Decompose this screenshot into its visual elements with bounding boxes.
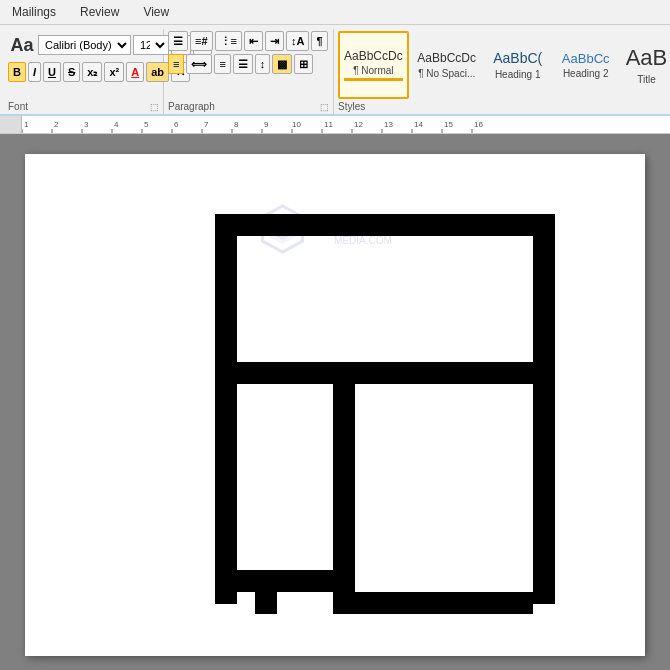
border-btn[interactable]: ⊞ <box>294 54 313 74</box>
strikethrough-btn[interactable]: S <box>63 62 80 82</box>
table-mid-bar <box>215 362 555 384</box>
svg-text:15: 15 <box>444 120 453 129</box>
menu-review[interactable]: Review <box>76 3 123 21</box>
svg-text:5: 5 <box>144 120 149 129</box>
font-group-label: Font <box>8 101 28 112</box>
table-bottom-stub <box>255 570 277 614</box>
font-top-row: Aa Calibri (Body) 12 A↑ A↓ <box>8 31 159 59</box>
ruler: 1 2 3 4 5 6 7 8 9 10 11 12 13 1 <box>0 116 670 134</box>
svg-text:9: 9 <box>264 120 269 129</box>
table-graphic <box>115 214 555 614</box>
bold-btn[interactable]: B <box>8 62 26 82</box>
subscript-btn[interactable]: x₂ <box>82 62 102 82</box>
indent-decrease-btn[interactable]: ⇤ <box>244 31 263 51</box>
style-title-label: Title <box>637 74 656 85</box>
svg-text:2: 2 <box>54 120 59 129</box>
justify-btn[interactable]: ☰ <box>233 54 253 74</box>
multi-list-btn[interactable]: ⋮≡ <box>215 31 242 51</box>
align-left-btn[interactable]: ≡ <box>168 54 184 74</box>
svg-text:7: 7 <box>204 120 209 129</box>
style-heading2[interactable]: AaBbCc Heading 2 <box>553 31 619 99</box>
svg-text:13: 13 <box>384 120 393 129</box>
style-no-spacing-preview: AaBbCcDc <box>417 51 476 65</box>
menu-mailings[interactable]: Mailings <box>8 3 60 21</box>
svg-text:16: 16 <box>474 120 483 129</box>
style-title-preview: AaB <box>626 45 668 71</box>
indent-increase-btn[interactable]: ⇥ <box>265 31 284 51</box>
show-para-btn[interactable]: ¶ <box>311 31 327 51</box>
table-right-bar <box>533 214 555 604</box>
menu-view[interactable]: View <box>139 3 173 21</box>
font-expand-btn[interactable]: ⬚ <box>150 102 159 112</box>
ruler-content: 1 2 3 4 5 6 7 8 9 10 11 12 13 1 <box>22 116 670 133</box>
active-style-bar <box>344 78 403 81</box>
styles-group: AaBbCcDc ¶ Normal AaBbCcDc ¶ No Spaci...… <box>334 29 670 114</box>
svg-text:8: 8 <box>234 120 239 129</box>
svg-text:3: 3 <box>84 120 89 129</box>
style-heading1-preview: AaBbC( <box>493 50 542 67</box>
style-no-spacing[interactable]: AaBbCcDc ¶ No Spaci... <box>411 31 483 99</box>
underline-btn[interactable]: U <box>43 62 61 82</box>
italic-btn[interactable]: I <box>28 62 41 82</box>
para-row-2: ≡ ⟺ ≡ ☰ ↕ ▩ ⊞ <box>168 54 329 74</box>
svg-text:12: 12 <box>354 120 363 129</box>
svg-text:6: 6 <box>174 120 179 129</box>
ruler-left-margin <box>0 116 22 133</box>
table-inner-vert <box>333 362 355 604</box>
svg-text:4: 4 <box>114 120 119 129</box>
paragraph-group: ☰ ≡# ⋮≡ ⇤ ⇥ ↕A ¶ ≡ ⟺ ≡ ☰ ↕ ▩ ⊞ <box>164 29 334 114</box>
table-bottom-left-bar <box>215 570 355 592</box>
table-bottom-right <box>333 592 533 614</box>
font-name-select[interactable]: Calibri (Body) <box>38 35 131 55</box>
text-color-btn[interactable]: A <box>126 62 144 82</box>
style-normal[interactable]: AaBbCcDc ¶ Normal <box>338 31 409 99</box>
table-top-bar <box>215 214 555 236</box>
svg-text:11: 11 <box>324 120 333 129</box>
numbered-list-btn[interactable]: ≡# <box>190 31 213 51</box>
para-group-label: Paragraph <box>168 101 215 112</box>
style-heading1-label: Heading 1 <box>495 69 541 80</box>
document-page: NESABA MEDIA.COM <box>25 154 645 656</box>
superscript-btn[interactable]: x² <box>104 62 124 82</box>
svg-text:14: 14 <box>414 120 423 129</box>
svg-text:1: 1 <box>24 120 29 129</box>
font-style-btn[interactable]: Aa <box>8 31 36 59</box>
align-right-btn[interactable]: ≡ <box>214 54 230 74</box>
shading-btn[interactable]: ▩ <box>272 54 292 74</box>
style-heading2-label: Heading 2 <box>563 68 609 79</box>
style-heading1[interactable]: AaBbC( Heading 1 <box>485 31 551 99</box>
style-normal-preview: AaBbCcDc <box>344 49 403 63</box>
style-heading2-preview: AaBbCc <box>562 51 610 67</box>
sort-btn[interactable]: ↕A <box>286 31 309 51</box>
bullet-list-btn[interactable]: ☰ <box>168 31 188 51</box>
document-area: NESABA MEDIA.COM <box>0 134 670 670</box>
para-expand-btn[interactable]: ⬚ <box>320 102 329 112</box>
align-center-btn[interactable]: ⟺ <box>186 54 212 74</box>
style-normal-label: ¶ Normal <box>353 65 393 76</box>
styles-group-label: Styles <box>338 101 365 112</box>
para-row-1: ☰ ≡# ⋮≡ ⇤ ⇥ ↕A ¶ <box>168 31 329 51</box>
style-title[interactable]: AaB Title <box>621 31 670 99</box>
table-left-bar <box>215 214 237 604</box>
font-bottom-row: B I U S x₂ x² A ab ✕ <box>8 62 159 82</box>
svg-text:10: 10 <box>292 120 301 129</box>
font-group: Aa Calibri (Body) 12 A↑ A↓ B I U S <box>4 29 164 114</box>
style-no-spacing-label: ¶ No Spaci... <box>418 68 475 79</box>
line-spacing-btn[interactable]: ↕ <box>255 54 271 74</box>
